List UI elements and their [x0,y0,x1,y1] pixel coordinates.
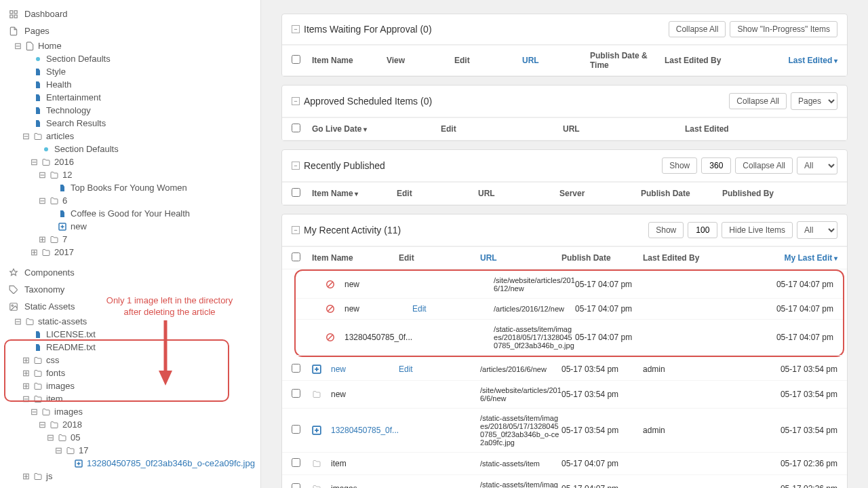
row-edit-link[interactable]: Edit [412,304,494,314]
tree-image-file[interactable]: 13280450785_0f23ab346b_o-ce2a09fc.jpg [0,457,260,470]
col-item-name[interactable]: Item Name [312,189,397,198]
tree-label: 2016 [54,157,74,167]
row-item-name: item [331,459,347,468]
tree-label: LICENSE.txt [46,329,96,339]
col-pub-date: Publish Date [641,189,722,198]
row-my-last-edit: 05-17 04:07 pm [738,304,833,314]
tree-readme[interactable]: README.txt [0,341,260,354]
show-button[interactable]: Show [662,157,697,174]
collapse-all-button[interactable]: Collapse All [669,21,726,37]
tree-12[interactable]: ⊟12 [0,168,260,181]
tree-entertainment[interactable]: Entertainment [0,91,260,104]
tree-label: Section Defaults [54,144,119,154]
table-row: new /site/website/articles/2016/6/new 05… [282,381,847,409]
hide-live-items-button[interactable]: Hide Live Items [722,222,793,238]
page-icon [8,26,19,36]
tree-label: static-assets [38,316,87,326]
status-icon [312,364,327,374]
select-all-checkbox[interactable] [292,188,300,197]
collapse-toggle-icon[interactable]: − [292,97,300,105]
tree-home[interactable]: ⊟Home [0,39,260,52]
collapse-toggle-icon[interactable]: − [292,162,300,170]
tree-2016[interactable]: ⊟2016 [0,155,260,168]
select-all-checkbox[interactable] [292,252,300,261]
row-checkbox[interactable] [292,458,300,467]
tree-search-results[interactable]: Search Results [0,117,260,130]
tree-item-folder[interactable]: ⊟item [0,392,260,405]
row-last-edited-by: admin [643,426,724,435]
row-checkbox[interactable] [292,483,300,488]
tree-label: README.txt [46,342,96,352]
row-url: /site/website/articles/2016/12/new [494,276,575,293]
tree-images[interactable]: ⊞images [0,379,260,392]
collapse-toggle-icon[interactable]: − [292,25,300,33]
annotation-highlight-box-rows: new /site/website/articles/2016/12/new 0… [294,269,844,357]
collapse-all-button[interactable]: Collapse All [735,157,793,174]
folder-open-icon [65,447,76,455]
col-last-edited[interactable]: Last Edited [732,56,837,65]
tree-05[interactable]: ⊟05 [0,431,260,444]
col-url[interactable]: URL [480,253,561,263]
select-all-checkbox[interactable] [292,55,300,64]
show-in-progress-button[interactable]: Show "In-Progress" Items [730,21,837,37]
row-item-name[interactable]: new [331,364,346,374]
tree-7[interactable]: ⊞7 [0,233,260,246]
tree-license[interactable]: LICENSE.txt [0,328,260,341]
tree-articles-section-defaults[interactable]: Section Defaults [0,143,260,155]
row-my-last-edit: 05-17 02:36 pm [724,459,837,468]
nav-dashboard[interactable]: Dashboard [0,5,260,22]
folder-open-icon [49,197,60,205]
row-checkbox[interactable] [292,364,300,373]
nav-components[interactable]: Components [0,264,260,281]
row-checkbox[interactable] [292,425,300,434]
col-go-live[interactable]: Go Live Date [312,124,441,134]
collapse-toggle-icon[interactable]: − [292,226,300,234]
tree-coffee[interactable]: Coffee is Good for Your Health [0,207,260,220]
nav-pages[interactable]: Pages [0,22,260,39]
tree-17[interactable]: ⊟17 [0,444,260,457]
show-count-input[interactable] [701,157,731,174]
tree-label: Coffee is Good for Your Health [71,208,190,219]
show-button[interactable]: Show [648,222,684,238]
tree-style[interactable]: Style [0,65,260,78]
col-my-last-edit[interactable]: My Last Edit [724,253,837,263]
tree-label: 17 [79,445,88,455]
tree-technology[interactable]: Technology [0,104,260,117]
folder-icon [49,236,60,244]
show-count-input[interactable] [688,222,717,238]
col-last-edited: Last Edited [685,124,837,134]
row-item-name[interactable]: 13280450785_0f... [331,426,399,435]
row-my-last-edit: 05-17 03:54 pm [724,364,837,374]
collapse-all-button[interactable]: Collapse All [729,93,787,109]
table-row: new /site/website/articles/2016/12/new 0… [296,271,843,299]
tree-2017[interactable]: ⊞2017 [0,246,260,259]
tree-health[interactable]: Health [0,78,260,91]
tree-js[interactable]: ⊞js [0,470,260,483]
tree-item-images[interactable]: ⊟images [0,405,260,418]
row-edit-link[interactable]: Edit [399,364,480,374]
pages-select[interactable]: Pages [791,92,837,110]
row-url: /static-assets/item/images/2018/05/17/13… [494,325,575,350]
tree-top-books[interactable]: Top Books For Young Women [0,181,260,194]
sidebar: Dashboard Pages ⊟Home Section Defaults S… [0,0,261,488]
svg-point-10 [12,305,13,306]
tree-new[interactable]: new [0,220,260,233]
tree-fonts[interactable]: ⊞fonts [0,367,260,379]
dashboard-icon [8,10,19,19]
col-url[interactable]: URL [522,56,590,65]
tree-section-defaults[interactable]: Section Defaults [0,52,260,65]
filter-select[interactable]: All [797,157,837,174]
filter-select[interactable]: All [797,221,837,239]
folder-open-icon [24,318,35,326]
select-all-checkbox[interactable] [292,124,300,132]
row-checkbox[interactable] [292,389,300,398]
tree-6[interactable]: ⊟6 [0,194,260,207]
col-last-edited-by: Last Edited By [643,253,724,263]
col-edit: Edit [454,56,522,65]
row-pub-date: 05-17 04:07 pm [561,459,643,468]
tree-css[interactable]: ⊞css [0,354,260,367]
tree-2018[interactable]: ⊟2018 [0,418,260,431]
folder-icon [33,382,43,390]
tree-articles[interactable]: ⊟articles [0,130,260,143]
folder-icon [33,369,43,377]
